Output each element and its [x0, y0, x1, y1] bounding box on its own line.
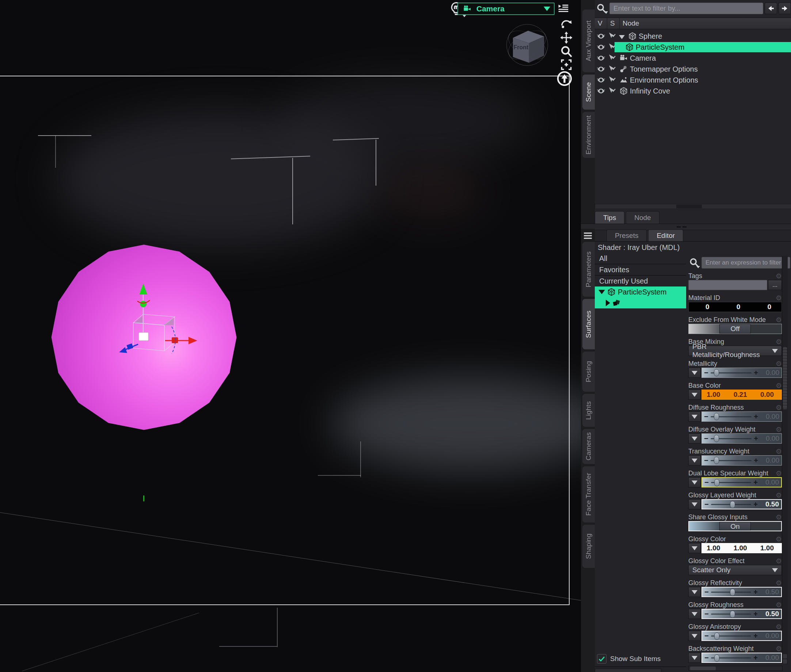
gear-icon[interactable]: ⚙ [776, 645, 782, 652]
cursor-check-icon[interactable] [607, 54, 617, 62]
eye-icon[interactable] [596, 76, 606, 85]
decrement[interactable]: − [705, 479, 709, 486]
property-options-button[interactable] [688, 609, 701, 619]
decrement[interactable]: − [705, 654, 709, 661]
slider-control[interactable]: −+0.50 [688, 609, 782, 619]
gear-icon[interactable]: ⚙ [776, 273, 782, 280]
editor-tab-surfaces[interactable]: Surfaces [582, 299, 595, 349]
eye-icon[interactable] [596, 32, 606, 40]
scene-node-camera[interactable]: Camera [595, 53, 791, 64]
color-control[interactable]: 1.001.001.00 [688, 543, 782, 553]
scrollbar-thumb[interactable] [783, 347, 787, 409]
camera-selector-dropdown[interactable]: Camera [457, 3, 554, 15]
properties-filter-input[interactable] [702, 257, 790, 269]
properties-horizontal-scrollbar[interactable] [688, 666, 783, 671]
slider-thumb[interactable] [714, 632, 719, 640]
surface-node-row[interactable]: ParticleSystem [595, 286, 686, 298]
orbit-tool-icon[interactable] [559, 17, 574, 31]
toggle-state-button[interactable]: On [719, 522, 751, 531]
gear-icon[interactable]: ⚙ [776, 448, 782, 455]
scene-horizontal-scrollbar[interactable] [595, 204, 791, 209]
tags-control[interactable]: ... [688, 280, 782, 290]
scroll-up-arrow[interactable] [783, 654, 787, 659]
dropdown-control[interactable]: Scatter Only [688, 565, 782, 575]
property-options-button[interactable] [688, 390, 701, 400]
property-options-button[interactable] [688, 631, 701, 641]
surface-subitem-row[interactable] [595, 298, 686, 309]
filter-next-button[interactable] [778, 3, 791, 14]
gear-icon[interactable]: ⚙ [776, 294, 782, 301]
increment[interactable]: + [753, 654, 758, 661]
decrement[interactable]: − [705, 501, 709, 508]
gear-icon[interactable]: ⚙ [776, 492, 782, 499]
gear-icon[interactable]: ⚙ [776, 514, 782, 521]
column-header-visible[interactable]: V [595, 18, 607, 29]
gear-icon[interactable]: ⚙ [776, 602, 782, 608]
expand-icon[interactable] [606, 300, 610, 306]
increment[interactable]: + [753, 479, 758, 486]
pane-menu-icon[interactable] [583, 231, 593, 240]
collapse-icon[interactable] [598, 290, 605, 294]
slider-thumb[interactable] [714, 435, 719, 442]
viewport-pane-menu-icon[interactable] [556, 3, 571, 14]
property-options-button[interactable] [688, 411, 701, 422]
scroll-down-arrow[interactable] [783, 659, 787, 664]
property-options-button[interactable] [688, 543, 701, 553]
increment[interactable]: + [754, 413, 758, 420]
slider-control[interactable]: −+0.00 [688, 434, 782, 443]
column-header-node[interactable]: Node [620, 18, 791, 29]
slider-control[interactable]: −+0.00 [688, 455, 782, 466]
increment[interactable]: + [753, 588, 758, 596]
decrement[interactable]: − [705, 632, 709, 640]
scene-node-particlesystem[interactable]: ParticleSystem [595, 42, 791, 53]
color-swatch-values[interactable]: 1.000.210.00 [702, 390, 782, 400]
collapse-icon[interactable] [619, 32, 626, 40]
slider-thumb[interactable] [730, 501, 735, 508]
gear-icon[interactable]: ⚙ [776, 404, 782, 411]
scene-filter-input[interactable] [609, 3, 763, 14]
property-options-button[interactable] [688, 434, 701, 443]
eye-icon[interactable] [596, 86, 606, 95]
slider-control[interactable]: −+0.00 [688, 653, 782, 663]
editor-tab-posing[interactable]: Posing [582, 352, 595, 392]
eye-icon[interactable] [596, 43, 606, 51]
editor-tab-lights[interactable]: Lights [582, 394, 595, 427]
property-options-button[interactable] [688, 653, 701, 663]
gear-icon[interactable]: ⚙ [776, 470, 782, 477]
slider-control[interactable]: −+0.00 [688, 631, 782, 641]
category-all[interactable]: All [595, 253, 686, 264]
gear-icon[interactable]: ⚙ [776, 558, 782, 565]
gear-icon[interactable]: ⚙ [776, 623, 782, 630]
scene-node-tonemapper-options[interactable]: Tonemapper Options [595, 64, 791, 75]
slider-thumb[interactable] [714, 479, 719, 486]
pane-tab-aux-viewport[interactable]: Aux Viewport [582, 10, 595, 72]
pane-tab-environment[interactable]: Environment [582, 112, 595, 158]
decrement[interactable]: − [705, 588, 709, 596]
tab-tips[interactable]: Tips [595, 211, 625, 224]
category-favorites[interactable]: Favorites [595, 264, 686, 275]
tags-more-button[interactable]: ... [768, 280, 782, 290]
increment[interactable]: + [754, 435, 758, 442]
properties-vertical-scrollbar[interactable] [782, 256, 788, 664]
slider-control[interactable]: −+0.50 [688, 499, 782, 509]
slider-thumb[interactable] [730, 611, 735, 618]
gear-icon[interactable]: ⚙ [776, 426, 782, 433]
selected-surface-node[interactable]: ParticleSystem [595, 286, 686, 309]
tab-editor[interactable]: Editor [648, 229, 683, 241]
property-options-button[interactable] [688, 477, 701, 488]
increment[interactable]: + [754, 369, 758, 376]
search-icon[interactable] [595, 3, 608, 14]
filter-prev-button[interactable] [765, 3, 777, 14]
increment[interactable]: + [753, 501, 758, 508]
color-swatch-values[interactable]: 1.001.001.00 [702, 543, 782, 553]
eye-icon[interactable] [596, 54, 606, 62]
viewport-3d[interactable]: Camera Front [0, 0, 581, 672]
toggle-state-button[interactable]: Off [719, 324, 751, 334]
cursor-check-icon[interactable] [607, 86, 617, 95]
property-options-button[interactable] [688, 587, 701, 597]
scene-node-sphere[interactable]: Sphere [595, 31, 791, 42]
eye-icon[interactable] [596, 65, 606, 74]
category-currently-used[interactable]: Currently Used [595, 275, 686, 287]
property-options-button[interactable] [688, 368, 701, 378]
slider-thumb[interactable] [730, 589, 735, 596]
